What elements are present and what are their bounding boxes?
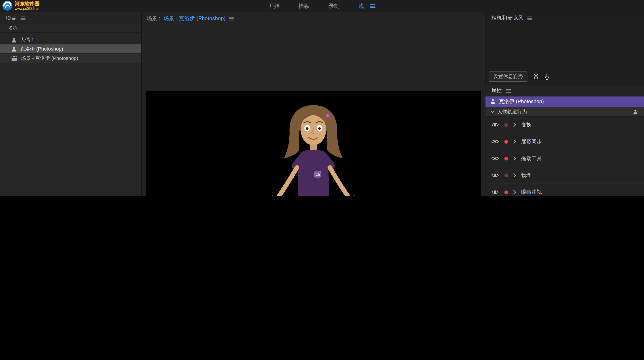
- character-animator-window: 河东软件园 www.pc0359.cn 开始 操纵 录制 流 项目: [0, 0, 644, 196]
- behavior-label: 唇形同步: [521, 138, 542, 145]
- puppet-chloe[interactable]: Ch: [146, 91, 481, 196]
- behavior-label: 眼睛注视: [521, 189, 542, 196]
- behavior-row-dragger: 拖动工具: [486, 150, 644, 167]
- camera-panel-menu-icon[interactable]: [527, 16, 532, 20]
- selected-puppet-label: 克洛伊 (Photoshop): [499, 98, 544, 105]
- project-item-label: 场景 - 克洛伊 (Photoshop): [21, 55, 78, 62]
- behavior-label: 拖动工具: [521, 155, 542, 162]
- selected-puppet-bar[interactable]: 克洛伊 (Photoshop): [486, 96, 644, 107]
- project-panel-menu-icon[interactable]: [20, 16, 26, 20]
- webcam-icon[interactable]: [533, 74, 539, 80]
- project-item-scene-chloe[interactable]: 场景 - 克洛伊 (Photoshop): [0, 54, 141, 63]
- behavior-row-lipsync: 唇形同步: [486, 134, 644, 150]
- project-item-label: 人偶 1: [20, 36, 34, 43]
- project-item-puppet1[interactable]: 人偶 1: [0, 35, 141, 44]
- record-arm-dot[interactable]: [504, 140, 508, 144]
- puppet-icon: [490, 99, 495, 104]
- puppet-icon: [12, 37, 16, 42]
- project-item-label: 克洛伊 (Photoshop): [20, 46, 63, 52]
- scene-title-prefix: 场景 :: [147, 15, 160, 22]
- camera-mic-panel: 相机和麦克风 设置休息姿势: [486, 12, 644, 86]
- add-behavior-icon[interactable]: [633, 109, 639, 114]
- badge-text: Ch: [316, 173, 320, 176]
- properties-panel: 属性 克洛伊 (Photoshop) 人偶轨道行为: [486, 85, 644, 196]
- set-rest-pose-button[interactable]: 设置休息姿势: [489, 71, 528, 82]
- chevron-right-icon[interactable]: [513, 173, 516, 178]
- visibility-eye-icon[interactable]: [491, 156, 499, 161]
- record-arm-dot[interactable]: [504, 190, 508, 194]
- record-arm-dot[interactable]: [504, 156, 508, 160]
- scene-panel: 场景 : 场景 - 克洛伊 (Photoshop): [142, 12, 485, 196]
- puppet-left-arm: [279, 168, 297, 196]
- project-item-chloe[interactable]: 克洛伊 (Photoshop): [0, 44, 141, 53]
- puppet-shirt-badge: Ch: [314, 171, 321, 178]
- name-column-header: 名称: [0, 24, 141, 33]
- chevron-right-icon[interactable]: [513, 190, 516, 194]
- right-column: 相机和麦克风 设置休息姿势 属性: [485, 12, 644, 196]
- properties-panel-menu-icon[interactable]: [506, 89, 511, 92]
- tab-start[interactable]: 开始: [268, 2, 280, 10]
- behavior-label: 物理: [521, 172, 532, 179]
- workspace-tabs: 开始 操纵 录制 流: [0, 0, 644, 12]
- puppet-hair-clip: [326, 114, 330, 118]
- puppet-right-arm: [330, 168, 348, 196]
- top-bar: 河东软件园 www.pc0359.cn 开始 操纵 录制 流: [0, 0, 644, 13]
- project-list: 人偶 1 克洛伊 (Photoshop): [0, 33, 141, 196]
- visibility-eye-icon[interactable]: [491, 122, 499, 127]
- properties-panel-title: 属性: [491, 87, 502, 94]
- record-arm-dot[interactable]: [504, 174, 508, 177]
- project-panel-title: 项目: [6, 14, 16, 22]
- tab-stream[interactable]: 流: [358, 2, 364, 10]
- behavior-label: 变换: [521, 121, 532, 128]
- puppet-icon: [12, 46, 16, 52]
- project-panel: 项目 名称 人偶 1 克洛伊 (Photoshop): [0, 12, 142, 196]
- chevron-right-icon[interactable]: [513, 122, 516, 127]
- chevron-right-icon[interactable]: [513, 139, 516, 144]
- camera-footer: 设置休息姿势: [489, 71, 550, 82]
- chevron-right-icon[interactable]: [513, 156, 516, 161]
- visibility-eye-icon[interactable]: [491, 190, 499, 194]
- behavior-row-transform: 变换: [486, 116, 644, 133]
- scene-panel-menu-icon[interactable]: [229, 16, 234, 20]
- behavior-row-eyegaze: 眼睛注视: [486, 184, 644, 196]
- left-column: 项目 名称 人偶 1 克洛伊 (Photoshop): [0, 12, 142, 196]
- scene-icon: [12, 56, 17, 61]
- scene-title[interactable]: 场景 - 克洛伊 (Photoshop): [164, 15, 226, 22]
- microphone-icon[interactable]: [545, 73, 550, 80]
- tab-rig[interactable]: 操纵: [298, 2, 310, 10]
- behaviors-section-header[interactable]: 人偶轨道行为: [486, 107, 644, 116]
- record-arm-dot[interactable]: [504, 123, 508, 127]
- camera-panel-title: 相机和麦克风: [491, 14, 523, 22]
- chevron-down-icon: [490, 110, 494, 113]
- behavior-row-physics: 物理: [486, 167, 644, 184]
- workspace-menu-icon[interactable]: [370, 4, 376, 8]
- tab-record[interactable]: 录制: [328, 2, 340, 10]
- visibility-eye-icon[interactable]: [491, 173, 499, 178]
- visibility-eye-icon[interactable]: [491, 139, 499, 144]
- scene-canvas[interactable]: Ch: [146, 91, 481, 196]
- behaviors-section-label: 人偶轨道行为: [497, 108, 527, 115]
